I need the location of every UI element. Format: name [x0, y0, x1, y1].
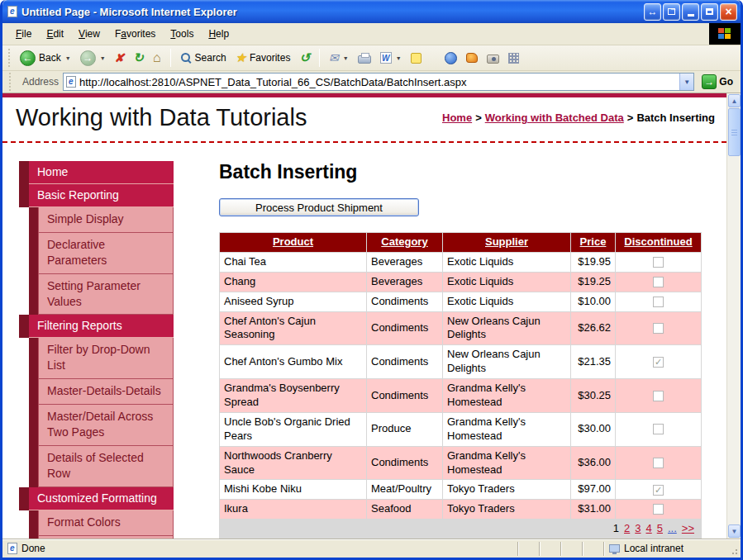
scrollbar-thumb[interactable]	[728, 108, 741, 156]
back-dropdown-icon[interactable]: ▼	[65, 55, 71, 61]
cell-category: Condiments	[367, 379, 443, 413]
mail-dropdown-icon[interactable]: ▼	[343, 55, 349, 61]
cell-discontinued	[616, 311, 702, 345]
discuss-note-icon	[411, 53, 422, 64]
cell-product: Chef Anton's Gumbo Mix	[220, 345, 367, 379]
search-button[interactable]: Search	[177, 50, 230, 65]
menu-item-tools[interactable]: Tools	[164, 26, 200, 42]
refresh-icon: ↻	[133, 50, 144, 65]
product-row: Uncle Bob's Organic Dried PearsProduceGr…	[220, 412, 702, 446]
edit-dropdown-icon[interactable]: ▼	[396, 55, 402, 61]
research-icon	[466, 53, 478, 63]
history-button[interactable]: ↺	[296, 49, 313, 67]
sidebar-item-label: Master/Detail Across Two Pages	[38, 405, 174, 446]
close-icon: ×	[725, 6, 731, 17]
process-product-shipment-button[interactable]: Process Product Shipment	[219, 198, 419, 216]
search-label: Search	[195, 52, 226, 64]
cell-price: $31.00	[571, 500, 616, 520]
sidebar-item-label: Simple Display	[38, 207, 174, 233]
discuss-button[interactable]	[407, 51, 425, 65]
sidebar-nav: HomeBasic ReportingSimple DisplayDeclara…	[19, 161, 174, 539]
menu-item-file[interactable]: File	[9, 26, 38, 42]
menu-item-help[interactable]: Help	[202, 26, 236, 42]
sort-link-price[interactable]: Price	[580, 235, 607, 248]
sidebar-item-filter-by-drop-down-list[interactable]: Filter by Drop-Down List	[29, 338, 174, 379]
sidebar-item-home[interactable]: Home	[19, 161, 174, 184]
sidebar-item-format-colors[interactable]: Format Colors	[29, 510, 174, 536]
close-button[interactable]: ×	[720, 3, 737, 21]
address-input[interactable]	[76, 76, 679, 88]
nav-indent-tab	[29, 405, 38, 446]
messenger-button[interactable]	[441, 50, 460, 66]
sidebar-item-partial[interactable]	[29, 536, 174, 539]
mail-button[interactable]: ✉ ▼	[326, 50, 352, 66]
home-button[interactable]: ⌂	[150, 49, 164, 67]
pager-page-4[interactable]: 4	[646, 522, 652, 534]
sidebar-item-declarative-parameters[interactable]: Declarative Parameters	[29, 233, 174, 274]
popout-window-button[interactable]	[663, 3, 680, 21]
product-row: Aniseed SyrupCondimentsExotic Liquids$10…	[220, 292, 702, 311]
pager-page-3[interactable]: 3	[635, 522, 641, 534]
cell-supplier: Exotic Liquids	[443, 272, 571, 292]
pager-more-pages[interactable]: ...	[668, 522, 677, 534]
sidebar-item-simple-display[interactable]: Simple Display	[29, 207, 174, 233]
refresh-button[interactable]: ↻	[130, 49, 147, 67]
breadcrumb: Home>Working with Batched Data>Batch Ins…	[442, 112, 718, 124]
titlebar[interactable]: Untitled Page - Microsoft Internet Explo…	[2, 0, 741, 23]
print-button[interactable]	[355, 50, 374, 65]
cell-price: $10.00	[571, 292, 616, 311]
resize-arrows-button[interactable]: ↔	[644, 3, 661, 21]
breadcrumb-link-working-with-batched-data[interactable]: Working with Batched Data	[485, 112, 624, 124]
address-dropdown-button[interactable]: ▼	[679, 74, 693, 90]
windows-logo-throbber	[709, 23, 741, 45]
pager-page-5[interactable]: 5	[657, 522, 663, 534]
sidebar-item-master-detail-across-two-pages[interactable]: Master/Detail Across Two Pages	[29, 405, 174, 446]
menu-item-view[interactable]: View	[72, 26, 107, 42]
sort-link-category[interactable]: Category	[381, 235, 427, 248]
sort-link-product[interactable]: Product	[273, 235, 313, 248]
go-button[interactable]: → Go	[698, 74, 736, 89]
resize-grip[interactable]	[727, 542, 739, 556]
sidebar-item-customized-formatting[interactable]: Customized Formatting	[19, 487, 174, 510]
menu-item-edit[interactable]: Edit	[40, 26, 70, 42]
minimize-button[interactable]	[682, 3, 699, 21]
quick-tools-button[interactable]	[505, 51, 522, 65]
sidebar-item-details-of-selected-row[interactable]: Details of Selected Row	[29, 446, 174, 487]
back-label: Back	[39, 52, 61, 64]
pager-page-2[interactable]: 2	[624, 522, 630, 534]
pager-next[interactable]: >>	[682, 522, 694, 534]
edit-with-word-button[interactable]: W ▼	[377, 50, 405, 65]
stop-button[interactable]: ✘	[112, 50, 128, 66]
research-button[interactable]	[463, 51, 481, 64]
favorites-label: Favorites	[250, 52, 290, 64]
sort-link-supplier[interactable]: Supplier	[485, 235, 528, 248]
back-button[interactable]: ← Back ▼	[17, 49, 74, 68]
snapshot-button[interactable]	[483, 51, 502, 65]
menu-item-favorites[interactable]: Favorites	[108, 26, 162, 42]
scroll-up-button[interactable]: ▲	[728, 94, 741, 107]
nav-indent-tab	[19, 315, 29, 338]
sidebar-item-setting-parameter-values[interactable]: Setting Parameter Values	[29, 274, 174, 316]
sidebar-item-filtering-reports[interactable]: Filtering Reports	[19, 315, 174, 338]
page-icon	[66, 76, 76, 88]
cell-category: Condiments	[367, 345, 443, 379]
favorites-button[interactable]: ★ Favorites	[232, 49, 294, 67]
breadcrumb-link-home[interactable]: Home	[442, 112, 472, 124]
forward-dropdown-icon[interactable]: ▼	[100, 55, 106, 61]
sidebar-item-master-details-details[interactable]: Master-Details-Details	[29, 379, 174, 405]
forward-button[interactable]: → ▼	[77, 49, 109, 68]
cell-discontinued: ✓	[616, 345, 702, 379]
discontinued-checkbox	[653, 458, 664, 468]
cell-category: Beverages	[367, 272, 443, 292]
scroll-down-button[interactable]: ▼	[728, 524, 741, 538]
sidebar-item-label: Master-Details-Details	[38, 379, 174, 405]
sidebar-item-basic-reporting[interactable]: Basic Reporting	[19, 184, 174, 207]
toolbar-grip	[8, 49, 12, 67]
maximize-button[interactable]	[701, 3, 718, 21]
product-row: Chai TeaBeveragesExotic Liquids$19.95	[220, 252, 702, 272]
cell-product: Aniseed Syrup	[220, 292, 367, 311]
sort-link-discontinued[interactable]: Discontinued	[624, 235, 692, 248]
vertical-scrollbar[interactable]: ▲ ▼	[726, 93, 741, 539]
cell-price: $21.35	[571, 345, 616, 379]
address-label: Address	[19, 76, 59, 88]
